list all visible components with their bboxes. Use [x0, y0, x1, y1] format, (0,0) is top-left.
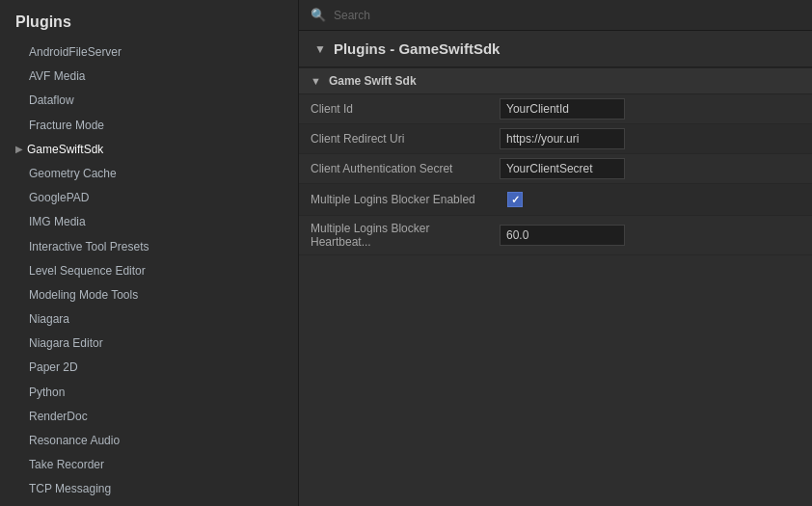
sidebar-item-label: IMG Media [29, 213, 86, 231]
property-input-client-id[interactable] [500, 98, 625, 120]
property-row: Client Redirect Uri [299, 124, 812, 154]
section-collapse-arrow-icon: ▼ [311, 75, 321, 87]
property-label: Client Redirect Uri [299, 126, 492, 151]
sidebar-item-renderdoc[interactable]: RenderDoc [0, 405, 298, 429]
sidebar-item-geometry-cache[interactable]: Geometry Cache [0, 162, 298, 186]
property-rows-container: Client IdClient Redirect UriClient Authe… [299, 94, 812, 255]
game-swift-sdk-section: ▼ Game Swift Sdk Client IdClient Redirec… [299, 67, 812, 255]
multiple-logins-checkbox[interactable]: ✓ [507, 192, 523, 207]
sidebar-item-label: Level Sequence Editor [29, 262, 146, 280]
search-bar: 🔍 [299, 0, 812, 31]
sidebar-item-label: Interactive Tool Presets [29, 238, 149, 256]
property-input-client-authentication-secret[interactable] [500, 158, 625, 179]
sidebar-item-label: Niagara Editor [29, 334, 103, 353]
sidebar-item-dataflow[interactable]: Dataflow [0, 89, 298, 113]
checkbox-container[interactable]: ✓ [500, 188, 804, 211]
main-content: 🔍 ▼ Plugins - GameSwiftSdk ▼ Game Swift … [299, 0, 812, 506]
sidebar-item-fracture-mode[interactable]: Fracture Mode [0, 114, 298, 138]
sidebar-title: Plugins [0, 0, 298, 40]
sidebar-item-label: Fracture Mode [29, 117, 104, 135]
sidebar-item-gameswiftsdk[interactable]: ▶GameSwiftSdk [0, 138, 298, 162]
sidebar-item-tcp-messaging[interactable]: TCP Messaging [0, 477, 298, 501]
sidebar-item-level-sequence-editor[interactable]: Level Sequence Editor [0, 259, 298, 283]
section-title: Game Swift Sdk [329, 74, 417, 88]
property-row: Multiple Logins Blocker Enabled✓ [299, 184, 812, 216]
sidebar-item-label: GameSwiftSdk [27, 141, 103, 159]
property-value[interactable] [492, 154, 812, 183]
property-value[interactable] [492, 94, 812, 123]
sidebar-item-label: TCP Messaging [29, 480, 111, 498]
sidebar-item-resonance-audio[interactable]: Resonance Audio [0, 429, 298, 453]
sidebar-item-googlepad[interactable]: GooglePAD [0, 186, 298, 210]
sidebar-list: AndroidFileServerAVF MediaDataflowFractu… [0, 40, 298, 506]
sidebar-item-label: Geometry Cache [29, 165, 117, 183]
property-row: Client Id [299, 94, 812, 124]
sidebar-item-label: AndroidFileServer [29, 43, 122, 62]
sidebar-item-niagara-editor[interactable]: Niagara Editor [0, 332, 298, 356]
property-input-client-redirect-uri[interactable] [500, 128, 625, 149]
sidebar-item-label: Take Recorder [29, 456, 104, 474]
property-value[interactable] [492, 221, 812, 250]
property-row: Client Authentication Secret [299, 154, 812, 184]
sidebar-item-interactive-tool-presets[interactable]: Interactive Tool Presets [0, 235, 298, 259]
sidebar-item-arrow-icon: ▶ [15, 142, 23, 157]
sidebar-item-label: Modeling Mode Tools [29, 286, 138, 305]
property-label: Client Authentication Secret [299, 156, 492, 181]
plugin-header-title: Plugins - GameSwiftSdk [334, 40, 501, 57]
sidebar-item-modeling-mode-tools[interactable]: Modeling Mode Tools [0, 283, 298, 307]
sidebar-item-avf-media[interactable]: AVF Media [0, 65, 298, 89]
property-label: Multiple Logins Blocker Enabled [299, 187, 492, 212]
sidebar-item-label: Python [29, 384, 65, 402]
sidebar: Plugins AndroidFileServerAVF MediaDatafl… [0, 0, 299, 506]
sidebar-item-label: Paper 2D [29, 359, 78, 377]
property-label: Client Id [299, 96, 492, 121]
sidebar-item-androidfileserver[interactable]: AndroidFileServer [0, 40, 298, 65]
property-row: Multiple Logins Blocker Heartbeat... [299, 216, 812, 255]
sidebar-item-label: GooglePAD [29, 189, 89, 207]
plugin-header-arrow-icon[interactable]: ▼ [314, 42, 326, 56]
sidebar-item-label: Resonance Audio [29, 432, 120, 450]
checkmark-icon: ✓ [511, 194, 520, 206]
property-label: Multiple Logins Blocker Heartbeat... [299, 216, 492, 254]
property-input-multiple-logins-blocker-heartbeat...[interactable] [500, 225, 625, 246]
section-header[interactable]: ▼ Game Swift Sdk [299, 67, 812, 94]
search-input[interactable] [334, 9, 800, 22]
sidebar-item-python[interactable]: Python [0, 381, 298, 405]
property-value[interactable] [492, 124, 812, 153]
sidebar-item-paper-2d[interactable]: Paper 2D [0, 356, 298, 380]
sidebar-item-niagara[interactable]: Niagara [0, 307, 298, 332]
settings-panel: ▼ Game Swift Sdk Client IdClient Redirec… [299, 67, 812, 506]
plugin-header: ▼ Plugins - GameSwiftSdk [299, 31, 812, 67]
sidebar-item-label: Dataflow [29, 92, 74, 110]
sidebar-item-label: RenderDoc [29, 408, 88, 426]
sidebar-item-label: AVF Media [29, 67, 85, 86]
property-value[interactable]: ✓ [492, 184, 812, 215]
sidebar-item-take-recorder[interactable]: Take Recorder [0, 453, 298, 477]
sidebar-item-img-media[interactable]: IMG Media [0, 210, 298, 234]
sidebar-item-label: Niagara [29, 310, 69, 329]
search-icon: 🔍 [311, 8, 326, 22]
